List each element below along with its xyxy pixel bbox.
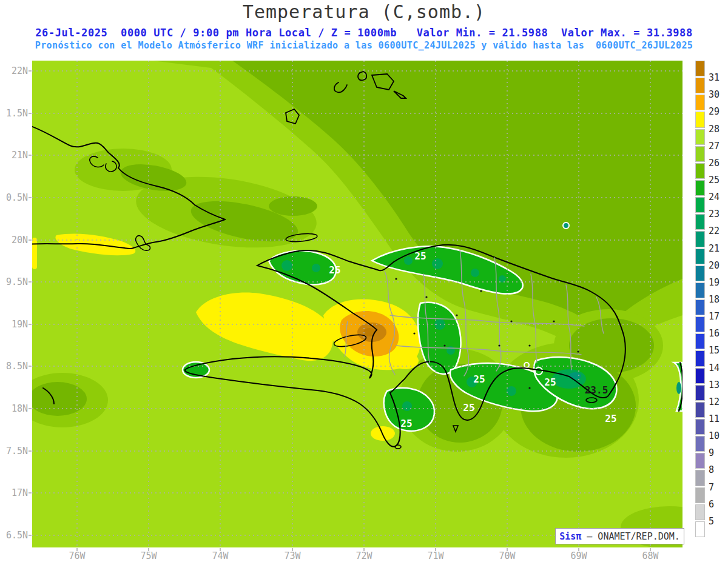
colorbar-tick-label: 18 (709, 294, 720, 305)
colorbar-tick-label: 28 (709, 124, 720, 135)
colorbar-tick-label: 13 (709, 380, 720, 390)
weather-map-page: Temperatura (C,somb.) 26-Jul-2025 0000 U… (0, 0, 728, 562)
x-axis-tick (292, 548, 293, 551)
contour-label: 25 (473, 373, 485, 385)
y-axis-label: 21N (0, 150, 28, 161)
colorbar-band (695, 504, 705, 520)
y-axis-tick (29, 70, 32, 72)
subtitle-model-info: Pronóstico con el Modelo Atmósferico WRF… (0, 40, 728, 51)
x-axis-tick (148, 548, 149, 551)
colorbar-band (695, 368, 705, 384)
x-axis-label: 72W (346, 550, 382, 561)
colorbar-band (695, 95, 705, 110)
y-axis-tick (29, 492, 32, 493)
colorbar-band (695, 419, 705, 435)
contour-label: 25 (544, 376, 556, 388)
colorbar-band (695, 521, 705, 537)
colorbar-band (695, 197, 705, 213)
colorbar-tick-label: 19 (709, 277, 720, 288)
y-axis-label: 6.5N (0, 530, 28, 541)
colorbar-band (695, 316, 705, 332)
y-axis-tick (29, 450, 32, 452)
x-axis-tick (220, 548, 221, 551)
colorbar-band (695, 470, 705, 486)
x-axis-label: 73W (274, 550, 311, 561)
y-axis-label: 17N (0, 487, 28, 498)
colorbar-band (695, 78, 705, 93)
colorbar-band (695, 163, 705, 179)
contour-label: 25 (329, 264, 340, 276)
y-axis-label: 9.5N (0, 276, 28, 287)
colorbar-band (695, 453, 705, 469)
watermark-brand: Sisπ (559, 531, 581, 542)
colorbar-tick-label: 10 (709, 430, 720, 441)
colorbar-tick-label: 11 (709, 413, 720, 424)
watermark-text: – ONAMET/REP.DOM. (581, 531, 680, 542)
colorbar-band (695, 214, 705, 230)
x-axis-label: 74W (202, 550, 238, 561)
y-axis-tick (29, 197, 32, 198)
colorbar-tick-label: 6 (709, 499, 714, 510)
x-axis-label: 71W (417, 550, 454, 561)
colorbar-band (695, 266, 705, 281)
x-axis-tick (507, 548, 508, 551)
map-plot-area: 2525252525252523.5 (32, 61, 682, 547)
colorbar (695, 61, 705, 538)
colorbar-band (695, 385, 705, 401)
contour-label: 25 (463, 402, 474, 413)
colorbar-tick-label: 26 (709, 158, 720, 169)
colorbar-tick-label: 24 (709, 192, 720, 202)
y-axis-tick (29, 366, 32, 367)
colorbar-band (695, 129, 705, 145)
contour-label: 23.5 (585, 384, 608, 396)
x-axis-tick (363, 548, 365, 551)
colorbar-tick-label: 22 (709, 226, 720, 236)
colorbar-tick-label: 9 (709, 447, 714, 458)
map-canvas (32, 61, 682, 547)
x-axis-tick (578, 548, 579, 551)
y-axis-label: 0.5N (0, 192, 28, 203)
colorbar-band (695, 61, 705, 76)
colorbar-tick-label: 14 (709, 363, 720, 373)
colorbar-tick-label: 27 (709, 141, 720, 152)
y-axis-label: 19N (0, 319, 28, 330)
x-axis-label: 70W (489, 550, 525, 561)
colorbar-band (695, 146, 705, 162)
colorbar-tick-label: 15 (709, 345, 720, 356)
y-axis-tick (29, 535, 32, 536)
colorbar-band (695, 333, 705, 349)
colorbar-band (695, 402, 705, 418)
x-axis-label: 69W (561, 550, 597, 561)
colorbar-tick-label: 31 (709, 72, 720, 83)
colorbar-tick-label: 21 (709, 243, 720, 254)
contour-label: 25 (605, 413, 616, 424)
colorbar-tick-label: 20 (709, 260, 720, 271)
y-axis-tick (29, 408, 32, 409)
x-axis-tick (650, 548, 651, 551)
colorbar-band (695, 283, 705, 298)
colorbar-tick-label: 8 (709, 464, 714, 475)
colorbar-tick-label: 7 (709, 482, 714, 493)
watermark-box: Sisπ – ONAMET/REP.DOM. (555, 528, 684, 544)
colorbar-band (695, 249, 705, 264)
colorbar-band (695, 350, 705, 366)
subtitle-validtime: 26-Jul-2025 0000 UTC / 9:00 pm Hora Loca… (0, 27, 728, 39)
colorbar-band (695, 180, 705, 196)
x-axis-label: 68W (632, 550, 669, 561)
x-axis-tick (435, 548, 436, 551)
y-axis-tick (29, 281, 32, 283)
colorbar-band (695, 436, 705, 452)
y-axis-label: 18N (0, 403, 28, 414)
colorbar-band (695, 231, 705, 247)
colorbar-tick-label: 25 (709, 175, 720, 186)
y-axis-label: 20N (0, 235, 28, 246)
colorbar-tick-label: 23 (709, 209, 720, 219)
x-axis-tick (76, 548, 78, 551)
page-title: Temperatura (C,somb.) (0, 1, 728, 22)
y-axis-label: 22N (0, 65, 28, 76)
y-axis-tick (29, 113, 32, 114)
colorbar-tick-label: 12 (709, 396, 720, 407)
y-axis-label: 8.5N (0, 361, 28, 372)
colorbar-band (695, 299, 705, 315)
x-axis-label: 75W (130, 550, 167, 561)
